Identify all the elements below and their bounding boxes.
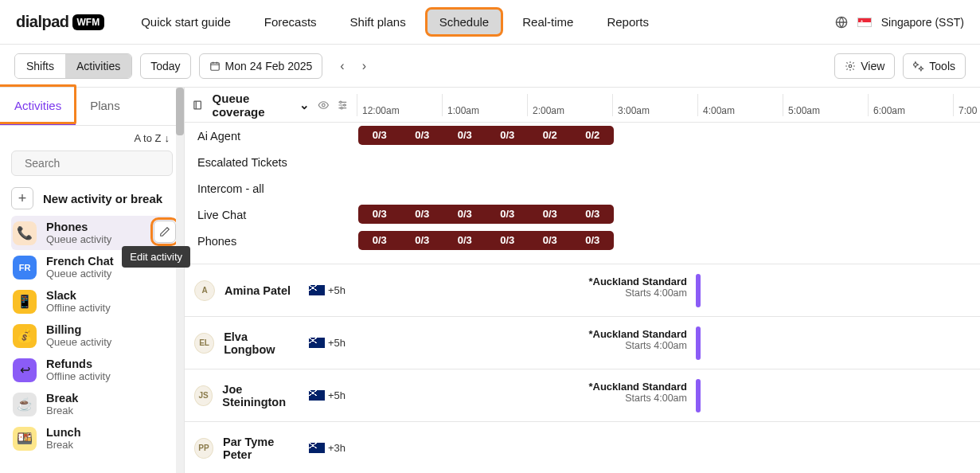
coverage-cell[interactable]: 0/3 [572, 231, 615, 250]
agent-avatar: EL [194, 333, 214, 354]
timeline-area: Queue coverage ⌄ 12:00am1:00am2:00am3:00… [185, 88, 980, 473]
coverage-cell[interactable]: 0/2 [529, 126, 572, 145]
agent-offset: +5h [309, 389, 346, 401]
coverage-cell[interactable]: 0/3 [401, 231, 444, 250]
activity-text: Slack Offline activity [46, 289, 111, 314]
shift-bar[interactable] [696, 379, 701, 412]
shift-bar[interactable] [696, 326, 701, 360]
coverage-cell[interactable]: 0/3 [486, 205, 529, 224]
toggle-shifts[interactable]: Shifts [15, 54, 65, 78]
coverage-cell[interactable]: 0/3 [529, 205, 572, 224]
eye-icon[interactable] [318, 99, 330, 111]
nav-item-real-time[interactable]: Real-time [510, 9, 586, 35]
nav-item-forecasts[interactable]: Forecasts [252, 9, 330, 35]
view-label: View [861, 60, 884, 72]
agent-timeline[interactable]: *Auckland StandardStarts 4:00am [357, 264, 980, 316]
queue-row: Ai Agent0/30/30/30/30/20/2 [185, 123, 980, 149]
search-input[interactable] [25, 157, 164, 170]
activity-subtype: Break [46, 405, 78, 416]
sidebar-scrollbar[interactable] [176, 88, 184, 473]
agent-offset: +5h [309, 284, 346, 296]
coverage-block: 0/30/30/30/30/30/3 [358, 205, 614, 224]
coverage-cell[interactable]: 0/3 [572, 205, 615, 224]
agent-row[interactable]: JS Joe Steinington +5h *Auckland Standar… [185, 369, 980, 422]
agent-offset: +5h [309, 337, 346, 349]
queue-coverage-dropdown[interactable]: Queue coverage ⌄ [213, 92, 310, 119]
logo: dialpad WFM [16, 13, 104, 31]
agent-timeline[interactable] [357, 422, 980, 473]
agent-timeline[interactable]: *Auckland StandardStarts 4:00am [357, 317, 980, 369]
shift-label: *Auckland StandardStarts 4:00am [588, 381, 687, 404]
coverage-cell[interactable]: 0/3 [486, 231, 529, 250]
activity-icon: ☕ [13, 393, 37, 416]
sort-control[interactable]: A to Z ↓ [0, 126, 184, 147]
edit-activity-button[interactable] [154, 221, 176, 243]
globe-icon[interactable] [835, 16, 848, 29]
activity-icon: 📱 [13, 290, 37, 314]
coverage-cell[interactable]: 0/3 [358, 126, 401, 145]
nav-item-schedule[interactable]: Schedule [427, 9, 502, 35]
au-flag-icon [309, 338, 325, 348]
activity-row-lunch[interactable]: 🍱 Lunch Break [11, 421, 173, 455]
coverage-cell[interactable]: 0/3 [401, 205, 444, 224]
agent-row[interactable]: A Amina Patel +5h *Auckland StandardStar… [185, 264, 980, 317]
nav-item-shift-plans[interactable]: Shift plans [338, 9, 419, 35]
sidebar-tab-activities[interactable]: Activities [0, 88, 76, 125]
coverage-cell[interactable]: 0/3 [358, 231, 401, 250]
shift-bar[interactable] [696, 274, 701, 307]
activity-subtype: Queue activity [46, 268, 114, 280]
agent-row[interactable]: PP Par Tyme Peter +3h [185, 422, 980, 473]
activity-row-refunds[interactable]: ↩ Refunds Offline activity [11, 353, 173, 387]
activity-row-break[interactable]: ☕ Break Break [11, 387, 173, 421]
plus-icon: + [11, 187, 33, 209]
coverage-cell[interactable]: 0/3 [443, 205, 486, 224]
agent-timeline[interactable]: *Auckland StandardStarts 4:00am [357, 369, 980, 421]
activity-name: Break [46, 392, 78, 405]
coverage-cell[interactable]: 0/2 [572, 126, 615, 145]
queue-name: Ai Agent [185, 130, 357, 143]
subheader: ShiftsActivities Today Mon 24 Feb 2025 ‹… [0, 45, 980, 88]
region-label[interactable]: Singapore (SST) [881, 16, 964, 29]
queue-row: Escalated Tickets [185, 149, 980, 175]
tools-button[interactable]: Tools [903, 53, 966, 79]
date-nav-arrows: ‹ › [337, 56, 369, 76]
prev-arrow-icon[interactable]: ‹ [337, 56, 347, 76]
time-slot: 2:00am [527, 94, 612, 116]
activity-text: Break Break [46, 392, 78, 416]
next-arrow-icon[interactable]: › [359, 56, 369, 76]
collapse-icon[interactable] [193, 99, 205, 111]
logo-text: dialpad [16, 13, 69, 31]
coverage-cell[interactable]: 0/3 [443, 126, 486, 145]
sort-arrow-icon: ↓ [165, 132, 170, 144]
coverage-block: 0/30/30/30/30/20/2 [358, 126, 614, 145]
main-content: ActivitiesPlans A to Z ↓ + New activity … [0, 88, 980, 473]
coverage-cell[interactable]: 0/3 [443, 231, 486, 250]
nav-item-reports[interactable]: Reports [594, 9, 662, 35]
activity-row-slack[interactable]: 📱 Slack Offline activity [11, 284, 173, 319]
sidebar-tab-plans[interactable]: Plans [76, 88, 135, 125]
activity-row-phones[interactable]: 📞 Phones Queue activity Edit activity [11, 216, 173, 250]
toggle-activities[interactable]: Activities [65, 54, 131, 78]
coverage-cell[interactable]: 0/3 [401, 126, 444, 145]
coverage-cell[interactable]: 0/3 [358, 205, 401, 224]
activity-row-billing[interactable]: 💰 Billing Queue activity [11, 319, 173, 353]
sliders-icon[interactable] [337, 99, 349, 111]
search-box[interactable] [11, 150, 173, 176]
nav-item-quick-start-guide[interactable]: Quick start guide [128, 9, 244, 35]
today-button[interactable]: Today [140, 53, 190, 79]
activity-text: Refunds Offline activity [46, 358, 111, 382]
queue-data: 0/30/30/30/30/30/3 [357, 231, 980, 252]
queue-name: Escalated Tickets [185, 156, 357, 169]
coverage-cell[interactable]: 0/3 [529, 231, 572, 250]
agent-row[interactable]: EL Elva Longbow +5h *Auckland StandardSt… [185, 317, 980, 369]
calendar-icon [209, 61, 221, 72]
activity-name: French Chat [46, 255, 114, 268]
queue-name: Live Chat [185, 209, 357, 221]
view-button[interactable]: View [834, 53, 895, 79]
new-activity-button[interactable]: + New activity or break [11, 187, 173, 209]
activity-subtype: Queue activity [46, 336, 111, 348]
coverage-cell[interactable]: 0/3 [486, 126, 529, 145]
time-slot: 5:00am [783, 94, 868, 116]
date-picker-button[interactable]: Mon 24 Feb 2025 [199, 53, 323, 79]
edit-tooltip: Edit activity [122, 246, 190, 268]
